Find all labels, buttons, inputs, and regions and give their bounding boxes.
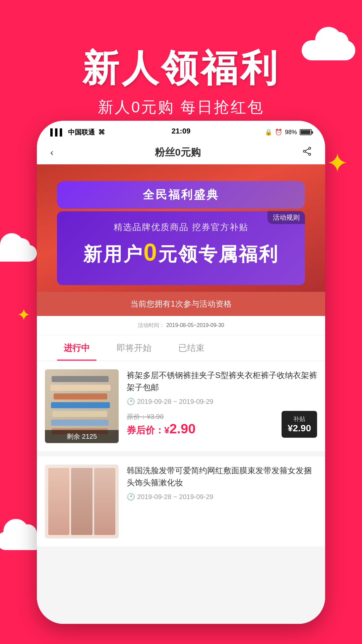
promo-banner: 全民福利盛典 活动规则 精选品牌优质商品 挖券官方补贴 新用户0元领专属福利 [37,164,325,292]
sparkle-icon-mid: ✦ [17,305,31,325]
remaining-text: 剩余 2125 [67,433,97,440]
discount-price-1: 券后价：¥2.90 [127,421,195,437]
rules-tag[interactable]: 活动规则 [267,211,305,224]
girl-col-3 [94,468,115,535]
event-title: 全民福利盛典 [70,187,292,203]
promo-subtitle: 精选品牌优质商品 挖券官方补贴 [70,221,292,233]
status-carrier: ▌▌▌ 中国联通 ⌘ [50,128,105,137]
hero-section: 新人领福利 新人0元购 每日抢红包 [0,0,362,141]
qualify-text: 当前您拥有1次参与活动资格 [130,299,231,308]
hanger-bar [51,402,110,408]
date-value: 2019-08-05~2019-09-30 [166,322,224,328]
phone-mockup: ▌▌▌ 中国联通 ⌘ 21:09 🔒 ⏰ 98% ‹ 粉丝0元购 [37,121,325,624]
signal-icon: ▌▌▌ [50,128,65,136]
product-image-2 [45,465,119,538]
carrier-name: 中国联通 [68,128,95,137]
remaining-badge: 剩余 2125 [45,430,119,443]
hanger-bar [52,411,107,417]
hero-title: 新人领福利 [82,44,280,94]
svg-point-2 [309,153,311,155]
product-card[interactable]: 剩余 2125 裤架多层不锈钢裤挂夹子S型裤夹衣柜裤子收纳衣架裤架子包邮 🕐 2… [37,361,325,451]
product-card-2[interactable]: 韩国洗脸发带可爱简约网红敷面膜束发带发箍女发捆头饰头箍漱化妆 🕐 2019-09… [37,457,325,546]
nav-bar: ‹ 粉丝0元购 [37,141,325,164]
product-image-1: 剩余 2125 [45,369,119,443]
date-label: 活动时间： [138,322,165,328]
svg-point-1 [303,150,305,152]
tab-ended[interactable]: 已结束 [165,335,218,361]
product-info-2: 韩国洗脸发带可爱简约网红敷面膜束发带发箍女发捆头饰头箍漱化妆 🕐 2019-09… [127,465,317,538]
promo-suffix: 元领专属福利 [158,244,279,265]
tab-upcoming[interactable]: 即将开始 [103,335,165,361]
share-button[interactable] [302,147,312,158]
product-price-row-1: 原价：¥3.90 券后价：¥2.90 补贴 ¥2.90 [127,411,317,438]
subsidy-badge-1: 补贴 ¥2.90 [282,411,317,438]
subsidy-label-1: 补贴 [288,415,311,423]
hanger-bar [52,376,109,382]
girls-image [45,465,119,538]
original-price-1: 原价：¥3.90 [127,412,195,421]
alarm-icon: ⏰ [275,128,282,136]
status-time: 21:09 [172,127,190,136]
lock-icon: 🔒 [265,128,272,136]
back-button[interactable]: ‹ [50,147,53,158]
battery-icon [300,129,312,135]
girl-col-1 [48,468,69,535]
svg-line-3 [305,149,309,151]
event-title-banner: 全民福利盛典 [57,181,305,209]
girl-col-2 [71,468,92,535]
wifi-icon: ⌘ [98,128,105,136]
clock-icon: 🕐 [127,397,135,406]
promo-box: 活动规则 精选品牌优质商品 挖券官方补贴 新用户0元领专属福利 [57,211,305,285]
battery-percent: 98% [285,129,297,136]
nav-title: 粉丝0元购 [155,146,201,159]
cloud-decoration-mid [0,245,37,262]
product-date-1: 🕐 2019-09-28 ~ 2019-09-29 [127,397,317,406]
battery-fill [301,130,310,134]
svg-point-0 [309,147,311,149]
hanger-bar [50,385,111,391]
hero-subtitle: 新人0元购 每日抢红包 [98,97,264,118]
tabs-bar: 进行中 即将开始 已结束 [37,335,325,361]
date-info-bar: 活动时间： 2019-08-05~2019-09-30 [37,316,325,335]
content-area: 全民福利盛典 活动规则 精选品牌优质商品 挖券官方补贴 新用户0元领专属福利 当… [37,164,325,624]
product-title-2: 韩国洗脸发带可爱简约网红敷面膜束发带发箍女发捆头饰头箍漱化妆 [127,465,317,489]
price-left: 原价：¥3.90 券后价：¥2.90 [127,412,195,437]
product-title-1: 裤架多层不锈钢裤挂夹子S型裤夹衣柜裤子收纳衣架裤架子包邮 [127,369,317,393]
sparkle-icon-top: ✦ [326,148,349,179]
subsidy-price-1: ¥2.90 [288,423,311,433]
promo-zero: 0 [143,239,158,266]
product-date-2: 🕐 2019-09-28 ~ 2019-09-29 [127,493,317,501]
status-right: 🔒 ⏰ 98% [265,128,312,136]
product-list: 剩余 2125 裤架多层不锈钢裤挂夹子S型裤夹衣柜裤子收纳衣架裤架子包邮 🕐 2… [37,361,325,546]
status-bar: ▌▌▌ 中国联通 ⌘ 21:09 🔒 ⏰ 98% [37,121,325,141]
promo-main-text: 新用户0元领专属福利 [70,238,292,267]
hanger-bar [54,393,107,399]
hanger-bar [51,420,109,426]
clock-icon-2: 🕐 [127,493,135,501]
svg-line-4 [305,152,309,154]
activity-qualify-bar: 当前您拥有1次参与活动资格 [37,292,325,316]
promo-prefix: 新用户 [83,244,143,265]
product-info-1: 裤架多层不锈钢裤挂夹子S型裤夹衣柜裤子收纳衣架裤架子包邮 🕐 2019-09-2… [127,369,317,443]
tab-ongoing[interactable]: 进行中 [50,335,103,361]
